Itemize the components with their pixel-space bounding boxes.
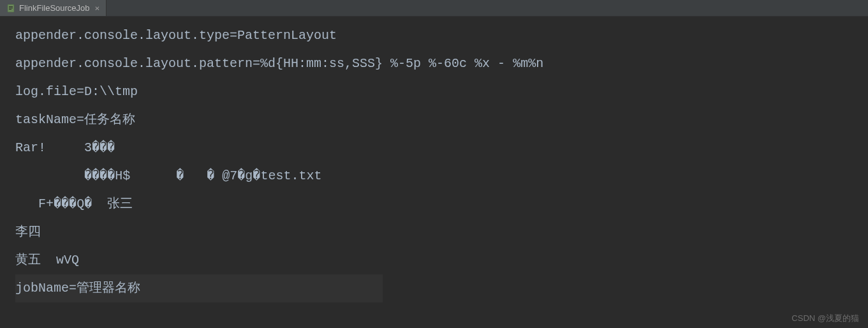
code-line: appender.console.layout.pattern=%d{HH:mm… [15,50,868,78]
code-line: F+���Q� 张三 [15,190,868,218]
code-line: ����H$ � � @7�g�test.txt [15,162,868,190]
svg-rect-3 [9,9,11,10]
code-line-highlighted: jobName=管理器名称 [15,274,383,302]
code-line: log.file=D:\\tmp [15,78,868,106]
code-line: appender.console.layout.type=PatternLayo… [15,22,868,50]
tab-flinkfilesourcejob[interactable]: FlinkFileSourceJob × [0,0,107,16]
code-line: taskName=任务名称 [15,106,868,134]
svg-rect-2 [9,8,13,8]
editor-area[interactable]: appender.console.layout.type=PatternLayo… [0,17,868,328]
code-line: 李四 [15,218,868,246]
watermark: CSDN @浅夏的猫 [791,313,859,324]
code-line: 黄五 wVQ [15,246,868,274]
close-icon[interactable]: × [94,3,101,13]
tab-label: FlinkFileSourceJob [19,3,90,13]
code-line: Rar! 3��� [15,134,868,162]
svg-rect-1 [9,6,13,7]
file-icon [6,4,15,13]
tab-bar: FlinkFileSourceJob × [0,0,868,17]
